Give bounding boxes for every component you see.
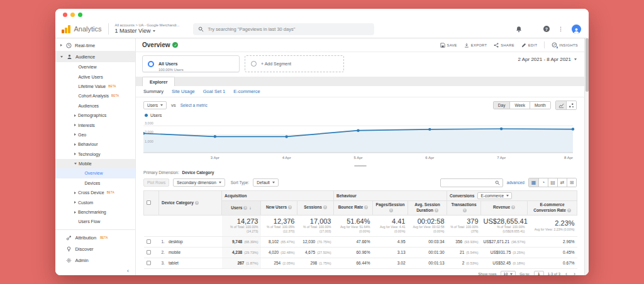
comparison-view-icon[interactable]: ⇄ — [557, 178, 567, 187]
add-segment-button[interactable]: + Add Segment — [245, 55, 344, 72]
sidebar-item-audiences[interactable]: Audiences — [55, 101, 135, 111]
sidebar-item-attribution[interactable]: AttributionBETA — [55, 232, 135, 243]
sort-type-select[interactable]: Default — [253, 178, 279, 187]
sidebar-item-users-flow[interactable]: Users Flow — [55, 217, 135, 226]
save-button[interactable]: SAVE — [440, 43, 457, 48]
share-button[interactable]: SHARE — [494, 43, 514, 48]
analytics-logo-icon[interactable] — [62, 25, 70, 33]
row-checkbox[interactable] — [147, 250, 151, 254]
col-header-sessions[interactable]: Sessions? — [297, 201, 334, 216]
sidebar-item-lifetime-value[interactable]: Lifetime ValueBETA — [55, 82, 135, 91]
subnav-site-usage[interactable]: Site Usage — [172, 89, 195, 94]
next-page-button[interactable]: › — [572, 271, 577, 275]
sidebar-item-discover[interactable]: Discover — [55, 243, 135, 254]
subnav-e-commerce[interactable]: E-commerce — [233, 89, 260, 94]
device-category-value[interactable]: desktop — [169, 239, 183, 244]
sidebar-item-technology[interactable]: Technology — [55, 150, 135, 159]
select-a-metric-link[interactable]: Select a metric — [180, 103, 208, 107]
more-vertical-icon[interactable]: ⋮ — [558, 26, 564, 32]
col-header-pages-session[interactable]: Pages/Session? — [373, 201, 408, 216]
row-checkbox[interactable] — [147, 239, 151, 244]
data-point[interactable] — [500, 128, 502, 130]
row-checkbox[interactable] — [147, 261, 151, 265]
minimize-button[interactable] — [70, 13, 75, 17]
collapse-sidebar-button[interactable]: ‹ — [127, 268, 129, 274]
data-point[interactable] — [428, 128, 431, 131]
advanced-filter-link[interactable]: advanced — [507, 180, 525, 185]
account-picker[interactable]: All accounts > UA - Google Merchandi... … — [115, 23, 180, 35]
performance-view-icon[interactable]: ▤ — [548, 178, 557, 187]
sidebar-item-admin[interactable]: Admin — [55, 254, 135, 266]
metric-select[interactable]: Users — [143, 101, 167, 109]
col-header-avg-session-duration[interactable]: Avg. Session Duration? — [408, 201, 447, 216]
data-point[interactable] — [572, 128, 574, 130]
vertical-scrollbar[interactable] — [584, 38, 589, 275]
col-header-transactions[interactable]: Transactions? — [447, 201, 481, 216]
sidebar-item-cohort-analysis[interactable]: Cohort AnalysisBETA — [55, 91, 135, 101]
plot-rows-button[interactable]: Plot Rows — [143, 178, 169, 187]
conversions-type-select[interactable]: E-commerce — [477, 192, 512, 199]
sidebar-item-custom[interactable]: Custom — [55, 197, 135, 207]
apps-grid-icon[interactable] — [530, 26, 535, 31]
date-range-picker[interactable]: 2 Apr 2021 - 8 Apr 2021 — [518, 57, 577, 62]
total-subtext: Avg for View: 51.64% (0.00%) — [336, 225, 370, 234]
subnav-goal-set-1[interactable]: Goal Set 1 — [203, 89, 225, 94]
sidebar-item-interests[interactable]: Interests — [55, 120, 135, 129]
granularity-day[interactable]: Day — [494, 102, 510, 109]
zoom-button[interactable] — [78, 13, 82, 17]
percentage-view-icon[interactable]: ◔ — [538, 178, 548, 187]
primary-dimension-device-category[interactable]: Device Category — [182, 170, 214, 175]
data-point[interactable] — [357, 129, 359, 132]
show-rows-select[interactable]: 10 — [501, 271, 516, 275]
sidebar-item-audience[interactable]: Audience — [55, 51, 135, 62]
subnav-summary[interactable]: Summary — [143, 89, 164, 94]
line-chart-icon[interactable] — [556, 101, 566, 109]
sidebar-item-mobile[interactable]: Mobile — [55, 159, 135, 168]
global-search-input[interactable]: Try searching "Pageviews in last 30 days… — [193, 23, 374, 35]
device-category-value[interactable]: tablet — [169, 261, 179, 265]
sidebar-item-overview[interactable]: Overview — [55, 168, 135, 178]
select-all-cell — [144, 191, 159, 216]
select-all-checkbox[interactable] — [147, 200, 151, 205]
data-point[interactable] — [214, 135, 216, 138]
col-header-new-users[interactable]: New Users? — [261, 201, 297, 216]
col-header-bounce-rate[interactable]: Bounce Rate? — [334, 201, 373, 216]
sidebar-item-demographics[interactable]: Demographics — [55, 111, 135, 120]
sidebar-item-devices[interactable]: Devices — [55, 178, 135, 188]
segment-all-users[interactable]: All Users 100.00% Users — [142, 55, 240, 72]
cell-value: US$52.45 — [492, 261, 511, 265]
secondary-dimension-select[interactable]: Secondary dimension — [173, 178, 225, 187]
avatar[interactable] — [572, 25, 581, 34]
granularity-month[interactable]: Month — [530, 102, 550, 109]
data-point[interactable] — [285, 135, 287, 138]
insights-button[interactable]: INSIGHTS — [552, 42, 578, 48]
granularity-week[interactable]: Week — [509, 102, 530, 109]
sidebar-item-geo[interactable]: Geo — [55, 130, 135, 139]
sidebar-item-real-time[interactable]: Real-time — [55, 40, 135, 51]
pivot-view-icon[interactable]: ⊞ — [567, 178, 576, 187]
motion-chart-icon[interactable] — [566, 101, 576, 109]
export-button[interactable]: EXPORT — [464, 43, 487, 48]
edit-button[interactable]: EDIT — [521, 43, 537, 48]
sidebar-item-overview[interactable]: Overview — [55, 62, 135, 72]
notifications-bell-icon[interactable] — [516, 26, 522, 33]
col-header-revenue[interactable]: Revenue? — [481, 201, 528, 216]
table-search-input[interactable] — [443, 180, 493, 185]
timeline-slider[interactable] — [354, 165, 367, 167]
sidebar-item-active-users[interactable]: Active Users — [55, 72, 135, 81]
col-header-device-category[interactable]: Device Category? — [159, 191, 222, 216]
magnifier-icon[interactable] — [495, 180, 500, 185]
close-button[interactable] — [63, 13, 67, 17]
col-header-e-commerce-conversion-rate[interactable]: E-commerce Conversion Rate? — [528, 201, 577, 216]
sidebar-item-behaviour[interactable]: Behaviour — [55, 139, 135, 149]
col-header-users[interactable]: Users?↓ — [222, 201, 261, 216]
goto-page-input[interactable] — [534, 271, 544, 275]
sidebar-item-cross-device[interactable]: Cross DeviceBETA — [55, 188, 135, 197]
table-view-icon[interactable]: ▦ — [529, 178, 538, 187]
prev-page-button[interactable]: ‹ — [564, 271, 569, 275]
info-icon: ? — [243, 206, 247, 210]
device-category-value[interactable]: mobile — [169, 250, 180, 254]
tab-explorer[interactable]: Explorer — [142, 77, 175, 86]
sidebar-item-benchmarking[interactable]: Benchmarking — [55, 207, 135, 217]
help-icon[interactable]: ? — [543, 26, 550, 32]
